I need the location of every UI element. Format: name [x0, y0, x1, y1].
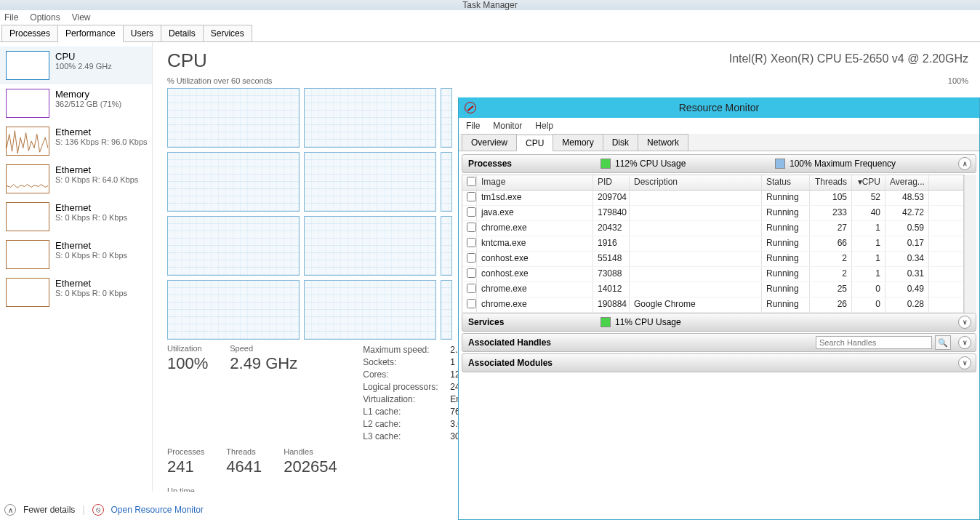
scrollbar[interactable] — [964, 175, 976, 313]
cpu-sub: 100% 2.49 GHz — [55, 62, 112, 71]
eth3-thumb — [6, 202, 49, 231]
chevron-up-icon[interactable]: ∧ — [4, 504, 16, 516]
row-checkbox[interactable] — [467, 299, 476, 308]
chart-max: 100% — [948, 76, 968, 85]
tab-users[interactable]: Users — [123, 25, 161, 41]
fewer-details-link[interactable]: Fewer details — [23, 505, 75, 515]
processes-value: 241 — [167, 457, 204, 476]
sidebar: CPU100% 2.49 GHz Memory362/512 GB (71%) … — [0, 42, 153, 492]
rm-tab-network[interactable]: Network — [638, 134, 688, 151]
rm-tab-disk[interactable]: Disk — [603, 134, 638, 151]
rm-section-handles[interactable]: Associated Handles 🔍 ∨ — [462, 333, 976, 352]
green-square-icon — [601, 317, 611, 327]
mem-thumb — [6, 89, 49, 118]
rm-section-services[interactable]: Services 11% CPU Usage ∨ — [462, 313, 976, 332]
row-checkbox[interactable] — [467, 268, 476, 278]
speed-value: 2.49 GHz — [230, 354, 297, 373]
cpu-chart-grid — [167, 88, 454, 340]
chart-label: % Utilization over 60 seconds — [167, 76, 272, 85]
sidebar-item-eth3[interactable]: EthernetS: 0 Kbps R: 0 Kbps — [0, 198, 152, 236]
rm-tab-memory[interactable]: Memory — [553, 134, 603, 151]
rm-menu-help[interactable]: Help — [535, 121, 553, 131]
chevron-down-icon[interactable]: ∨ — [958, 336, 971, 349]
rm-tab-cpu[interactable]: CPU — [516, 135, 553, 151]
search-handles-input[interactable] — [816, 336, 932, 349]
util-value: 100% — [167, 354, 208, 373]
col-pid[interactable]: PID — [593, 175, 630, 190]
eth4-thumb — [6, 240, 49, 269]
sidebar-item-eth1[interactable]: EthernetS: 136 Kbps R: 96.0 Kbps — [0, 122, 152, 160]
col-threads[interactable]: Threads — [810, 175, 852, 190]
rm-tab-overview[interactable]: Overview — [462, 134, 517, 151]
processes-table: Image PID Description Status Threads ▾CP… — [462, 175, 964, 313]
prohibit-icon — [465, 102, 476, 113]
mem-title: Memory — [55, 89, 121, 100]
eth5-thumb — [6, 278, 49, 307]
blue-square-icon — [775, 159, 785, 169]
footer: ∧ Fewer details | ⦸ Open Resource Monito… — [4, 504, 204, 516]
sidebar-item-eth5[interactable]: EthernetS: 0 Kbps R: 0 Kbps — [0, 273, 152, 311]
row-checkbox[interactable] — [467, 207, 476, 217]
table-row[interactable]: java.exe179840Running2334042.72 — [462, 206, 963, 221]
col-image[interactable]: Image — [477, 175, 593, 190]
tab-services[interactable]: Services — [203, 25, 252, 41]
sidebar-item-eth4[interactable]: EthernetS: 0 Kbps R: 0 Kbps — [0, 236, 152, 273]
open-resource-monitor-link[interactable]: Open Resource Monitor — [111, 505, 204, 515]
col-status[interactable]: Status — [762, 175, 810, 190]
row-checkbox[interactable] — [467, 192, 476, 201]
rm-section-modules[interactable]: Associated Modules ∨ — [462, 353, 976, 372]
resource-monitor-icon: ⦸ — [92, 504, 104, 516]
green-square-icon — [601, 159, 611, 169]
row-checkbox[interactable] — [467, 223, 476, 232]
sidebar-item-memory[interactable]: Memory362/512 GB (71%) — [0, 84, 152, 122]
table-row[interactable]: conhost.exe55148Running210.34 — [462, 252, 963, 267]
cpu-model: Intel(R) Xeon(R) CPU E5-2650 v4 @ 2.20GH… — [729, 52, 968, 65]
tab-performance[interactable]: Performance — [57, 25, 124, 42]
cpu-title: CPU — [55, 51, 112, 62]
tab-processes[interactable]: Processes — [1, 25, 58, 41]
table-row[interactable]: tm1sd.exe209704Running1055248.53 — [462, 191, 963, 206]
row-checkbox[interactable] — [467, 238, 476, 247]
menu-view[interactable]: View — [72, 12, 91, 23]
chevron-down-icon[interactable]: ∨ — [958, 356, 971, 369]
eth2-thumb — [6, 164, 49, 193]
tabstrip: Processes Performance Users Details Serv… — [0, 25, 980, 42]
eth1-thumb — [6, 127, 49, 156]
tab-details[interactable]: Details — [161, 25, 204, 41]
col-desc[interactable]: Description — [630, 175, 762, 190]
handles-value: 202654 — [284, 457, 337, 476]
menubar: File Options View — [0, 10, 980, 25]
table-row[interactable]: conhost.exe73088Running210.31 — [462, 267, 963, 282]
cpu-thumb — [6, 51, 49, 80]
sidebar-item-eth2[interactable]: EthernetS: 0 Kbps R: 64.0 Kbps — [0, 160, 152, 198]
table-row[interactable]: chrome.exe20432Running2710.59 — [462, 221, 963, 236]
search-button[interactable]: 🔍 — [935, 335, 951, 350]
table-row[interactable]: chrome.exe190884Google ChromeRunning2600… — [462, 297, 963, 313]
resource-monitor-window: Resource Monitor File Monitor Help Overv… — [458, 97, 980, 520]
rm-tabs: Overview CPU Memory Disk Network — [459, 134, 979, 151]
sidebar-item-cpu[interactable]: CPU100% 2.49 GHz — [0, 47, 152, 84]
rm-section-processes[interactable]: Processes 112% CPU Usage 100% Maximum Fr… — [462, 154, 976, 173]
col-avg[interactable]: Averag... — [885, 175, 929, 190]
window-title: Task Manager — [0, 0, 980, 10]
chevron-up-icon[interactable]: ∧ — [958, 157, 971, 170]
rm-menubar: File Monitor Help — [459, 118, 979, 134]
table-header: Image PID Description Status Threads ▾CP… — [462, 175, 963, 191]
row-checkbox[interactable] — [467, 253, 476, 263]
threads-value: 4641 — [226, 457, 262, 476]
rm-title: Resource Monitor — [459, 97, 979, 118]
menu-file[interactable]: File — [4, 12, 18, 23]
menu-options[interactable]: Options — [30, 12, 60, 23]
table-row[interactable]: chrome.exe14012Running2500.49 — [462, 282, 963, 297]
rm-menu-file[interactable]: File — [466, 121, 480, 131]
select-all-checkbox[interactable] — [467, 177, 476, 186]
mem-sub: 362/512 GB (71%) — [55, 100, 121, 108]
rm-menu-monitor[interactable]: Monitor — [493, 121, 522, 131]
row-checkbox[interactable] — [467, 284, 476, 293]
table-row[interactable]: kntcma.exe1916Running6610.17 — [462, 236, 963, 252]
col-cpu[interactable]: ▾CPU — [852, 175, 885, 190]
chevron-down-icon[interactable]: ∨ — [958, 316, 971, 329]
